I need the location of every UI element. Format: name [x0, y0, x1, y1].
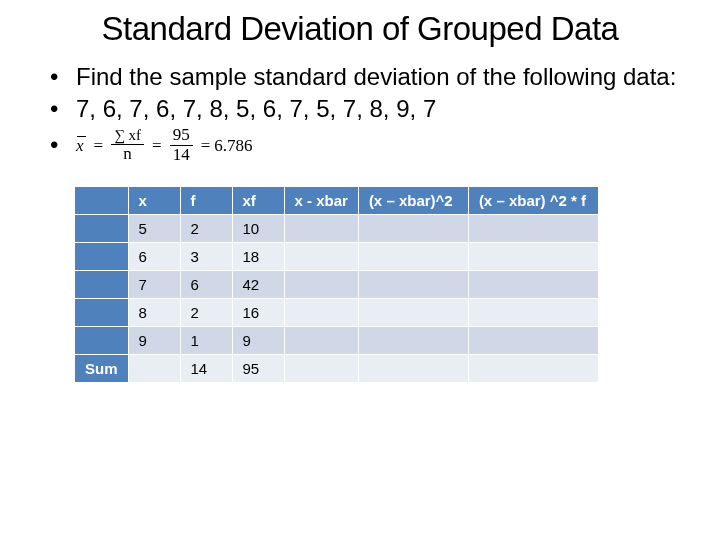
cell-f: 1	[180, 327, 232, 355]
cell-f: 2	[180, 299, 232, 327]
cell-empty	[468, 355, 598, 383]
data-table-wrap: x f xf x - xbar (x – xbar)^2 (x – xbar) …	[74, 186, 690, 383]
cell-x: 8	[128, 299, 180, 327]
row-head	[75, 299, 129, 327]
table-sum-row: Sum 14 95	[75, 355, 599, 383]
cell-empty	[358, 271, 468, 299]
cell-x: 9	[128, 327, 180, 355]
cell-xf: 18	[232, 243, 284, 271]
cell-x: 7	[128, 271, 180, 299]
row-head	[75, 243, 129, 271]
bullet-mark: •	[50, 62, 76, 92]
bullet-text: 7, 6, 7, 6, 7, 8, 5, 6, 7, 5, 7, 8, 9, 7	[76, 94, 690, 124]
cell-xf: 42	[232, 271, 284, 299]
row-head	[75, 215, 129, 243]
cell-empty	[358, 355, 468, 383]
bullet-mark: •	[50, 130, 76, 160]
cell-xf: 10	[232, 215, 284, 243]
slide-title: Standard Deviation of Grouped Data	[30, 10, 690, 48]
table-row: 8 2 16	[75, 299, 599, 327]
col-header-x: x	[128, 187, 180, 215]
cell-empty	[284, 355, 358, 383]
denominator: 14	[170, 146, 193, 165]
cell-xf: 16	[232, 299, 284, 327]
equals-sign: =	[201, 135, 211, 156]
data-table: x f xf x - xbar (x – xbar)^2 (x – xbar) …	[74, 186, 599, 383]
cell-empty	[284, 243, 358, 271]
formula-result: 6.786	[214, 135, 252, 156]
numerator: 95	[170, 126, 193, 146]
cell-empty	[468, 215, 598, 243]
cell-empty	[284, 327, 358, 355]
cell-xf: 9	[232, 327, 284, 355]
mean-formula: x = ∑ xf n = 95 14 = 6.786	[76, 126, 253, 164]
cell-x: 5	[128, 215, 180, 243]
sum-f: 14	[180, 355, 232, 383]
bullet-list: • Find the sample standard deviation of …	[30, 62, 690, 164]
bullet-item: • 7, 6, 7, 6, 7, 8, 5, 6, 7, 5, 7, 8, 9,…	[50, 94, 690, 124]
table-row: 9 1 9	[75, 327, 599, 355]
cell-empty	[284, 271, 358, 299]
equals-sign: =	[94, 135, 104, 156]
cell-empty	[358, 299, 468, 327]
sum-label: Sum	[75, 355, 129, 383]
fraction: 95 14	[170, 126, 193, 164]
cell-empty	[284, 215, 358, 243]
cell-empty	[358, 327, 468, 355]
cell-empty	[468, 243, 598, 271]
denominator: n	[120, 145, 135, 164]
cell-empty	[468, 271, 598, 299]
col-header-f: f	[180, 187, 232, 215]
cell-x: 6	[128, 243, 180, 271]
numerator: ∑ xf	[111, 127, 144, 145]
equals-sign: =	[152, 135, 162, 156]
table-row: 7 6 42	[75, 271, 599, 299]
slide: Standard Deviation of Grouped Data • Fin…	[0, 0, 720, 403]
cell-empty	[358, 215, 468, 243]
cell-empty	[468, 327, 598, 355]
cell-empty	[358, 243, 468, 271]
bullet-mark: •	[50, 94, 76, 124]
cell-empty	[468, 299, 598, 327]
bullet-text: Find the sample standard deviation of th…	[76, 62, 690, 92]
bullet-item-formula: • x = ∑ xf n = 95 14 = 6.786	[50, 126, 690, 164]
col-header-sq: (x – xbar)^2	[358, 187, 468, 215]
cell-f: 3	[180, 243, 232, 271]
cell-empty	[284, 299, 358, 327]
sum-xf: 95	[232, 355, 284, 383]
row-head	[75, 271, 129, 299]
fraction: ∑ xf n	[111, 127, 144, 163]
col-header-xf: xf	[232, 187, 284, 215]
table-row: 5 2 10	[75, 215, 599, 243]
bullet-item: • Find the sample standard deviation of …	[50, 62, 690, 92]
cell-empty	[128, 355, 180, 383]
header-blank	[75, 187, 129, 215]
row-head	[75, 327, 129, 355]
col-header-xminusxbar: x - xbar	[284, 187, 358, 215]
table-row: 6 3 18	[75, 243, 599, 271]
xbar-symbol: x	[76, 135, 84, 156]
col-header-sqf: (x – xbar) ^2 * f	[468, 187, 598, 215]
cell-f: 2	[180, 215, 232, 243]
cell-f: 6	[180, 271, 232, 299]
table-header-row: x f xf x - xbar (x – xbar)^2 (x – xbar) …	[75, 187, 599, 215]
